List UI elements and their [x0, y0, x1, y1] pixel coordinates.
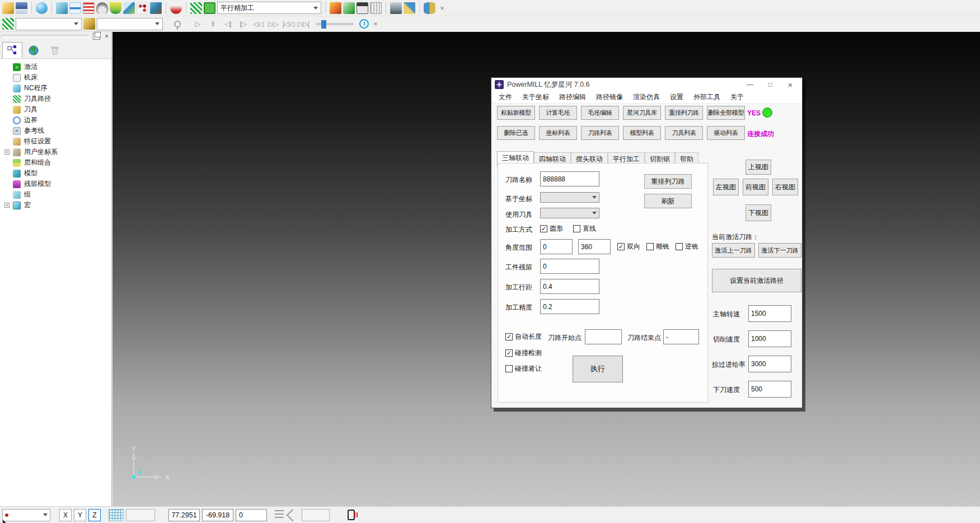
tool-verify-icon[interactable] [343, 2, 355, 14]
stepover-input[interactable] [540, 279, 599, 294]
circle-checkbox[interactable] [540, 225, 547, 232]
maximize-icon[interactable]: □ [762, 79, 779, 90]
refresh-button[interactable]: 刷新 [644, 194, 692, 208]
measure-field[interactable] [302, 509, 330, 521]
autolen-option[interactable]: 自动长度 [505, 332, 542, 342]
slider-thumb[interactable] [321, 20, 326, 29]
tree-item-groups[interactable]: 组 [0, 189, 111, 200]
execute-button[interactable]: 执行 [573, 356, 623, 382]
rearrange-toolpath-button[interactable]: 重排列刀路 [644, 174, 692, 189]
toolbar-close-icon[interactable]: × [437, 3, 447, 13]
paste-new-model-button[interactable]: 粘贴新模型 [497, 106, 535, 120]
rewind-icon[interactable]: ◁◁ [251, 18, 265, 30]
coordinate-list-icon[interactable] [275, 510, 284, 520]
menu-settings[interactable]: 设置 [665, 92, 688, 102]
cutting-speed-input[interactable] [748, 330, 791, 347]
toolpath-name-input[interactable] [540, 171, 599, 186]
view-bottom-button[interactable]: 下视图 [745, 204, 771, 221]
view-left-button[interactable]: 左视图 [713, 179, 739, 195]
coord-dropdown[interactable] [540, 192, 599, 203]
conventional-checkbox[interactable] [676, 243, 683, 250]
tool-dropdown[interactable] [540, 208, 599, 218]
tool-delete-icon[interactable] [330, 2, 341, 14]
z-level-icon[interactable] [69, 2, 81, 14]
machining-strategy-combo[interactable]: 平行精加工 [217, 2, 321, 14]
menu-path-edit[interactable]: 路径编辑 [554, 92, 591, 102]
curve-editor-icon[interactable] [123, 2, 135, 14]
to-end-icon[interactable]: ▷▷| [297, 18, 310, 30]
mode-circle-option[interactable]: 圆形 [540, 224, 563, 234]
angle-to-input[interactable] [578, 239, 611, 254]
climb-option[interactable]: 顺铣 [646, 242, 669, 251]
close-panel-icon[interactable]: × [103, 33, 110, 40]
prev-toolpath-button[interactable]: 激活上一刀路 [712, 243, 755, 258]
next-toolpath-button[interactable]: 激活下一刀路 [758, 243, 801, 258]
sim-speed-slider[interactable] [316, 23, 353, 25]
collision-avoid-checkbox[interactable] [505, 365, 513, 372]
probe-pointer-icon[interactable] [287, 508, 299, 521]
menu-path-mirror[interactable]: 路径镜像 [591, 92, 628, 102]
lamp-icon[interactable] [171, 18, 184, 30]
tab-explorer-world[interactable] [24, 42, 44, 58]
panel-drag-handle[interactable] [1, 35, 90, 38]
menu-coords[interactable]: 关于坐标 [517, 92, 554, 102]
tree-item-stock-models[interactable]: 残留模型 [0, 179, 111, 189]
collision-check-checkbox[interactable] [505, 349, 513, 357]
stock-input[interactable] [540, 259, 599, 274]
grid-size-field[interactable] [126, 509, 155, 521]
calc-stock-button[interactable]: 计算毛坯 [539, 106, 577, 120]
tree-item-workplanes[interactable]: +用户坐标系 [0, 147, 111, 157]
clamp-icon[interactable] [390, 2, 402, 14]
view-right-button[interactable]: 右视图 [772, 179, 798, 195]
grid-snap-button[interactable] [109, 509, 124, 521]
tree-item-toolpaths[interactable]: 刀具路径 [0, 94, 111, 104]
levels-icon[interactable] [83, 2, 95, 14]
tree-item-tools[interactable]: 刀具 [0, 104, 111, 115]
delete-selected-button[interactable]: 删除已选 [497, 126, 535, 140]
minimize-icon[interactable]: — [742, 79, 758, 90]
pause-icon[interactable]: ‖ [206, 18, 219, 30]
view-top-button[interactable]: 上视图 [745, 160, 771, 175]
sim-tool-combo[interactable] [97, 18, 163, 30]
tree-item-activate[interactable]: »激活 [0, 62, 111, 72]
menu-render-sim[interactable]: 渲染仿真 [628, 92, 665, 102]
plunge-speed-input[interactable] [748, 381, 791, 398]
tree-item-feature-sets[interactable]: 特征设置 [0, 136, 111, 147]
tree-item-nc-program[interactable]: NC程序 [0, 83, 111, 94]
stock-edit-button[interactable]: 毛坯编辑 [581, 106, 619, 120]
y-axis-button[interactable]: Y [74, 509, 86, 521]
model-list-button[interactable]: 模型列表 [623, 126, 661, 140]
end-point-input[interactable] [663, 329, 699, 344]
tools-icon[interactable] [83, 18, 95, 30]
u-channel-icon[interactable] [110, 2, 121, 14]
drive-list-button[interactable]: 驱动列表 [707, 126, 745, 140]
ruler-icon[interactable] [370, 2, 382, 14]
tool-library-button[interactable]: 星河刀具库 [623, 106, 661, 120]
tab-explorer-trash[interactable] [45, 42, 65, 58]
restore-panel-icon[interactable] [93, 33, 100, 40]
x-axis-button[interactable]: X [59, 509, 72, 521]
tree-item-levels-sets[interactable]: 层和组合 [0, 157, 111, 168]
open-file-icon[interactable] [2, 2, 14, 14]
close-icon[interactable]: × [782, 79, 799, 90]
fast-forward-icon[interactable]: ▷▷ [266, 18, 280, 30]
to-start-icon[interactable]: |◁◁ [282, 18, 295, 30]
menu-external-tools[interactable]: 外部工具 [688, 92, 725, 102]
skim-feed-input[interactable] [748, 356, 791, 372]
tree-item-machine[interactable]: 机床 [0, 72, 111, 83]
collision-check-option[interactable]: 碰撞检测 [505, 348, 542, 358]
view-front-button[interactable]: 前视图 [743, 179, 768, 195]
angle-from-input[interactable] [540, 239, 573, 254]
set-active-path-button[interactable]: 设置当前激活路径 [712, 269, 801, 292]
expander-plus-icon[interactable]: + [4, 203, 10, 208]
step-back-icon[interactable]: ◁| [221, 18, 235, 30]
clock-icon[interactable] [359, 19, 369, 29]
sim-toolbar-close-icon[interactable]: × [371, 19, 381, 29]
line-checkbox[interactable] [573, 225, 580, 232]
tool-list-button[interactable]: 刀具列表 [665, 126, 703, 140]
climb-checkbox[interactable] [646, 243, 654, 250]
sphere-icon[interactable] [36, 2, 48, 14]
collision-tool-icon[interactable] [170, 2, 182, 14]
collision-avoid-option[interactable]: 碰撞避让 [505, 364, 542, 373]
tab-explorer-tree[interactable] [2, 42, 22, 58]
